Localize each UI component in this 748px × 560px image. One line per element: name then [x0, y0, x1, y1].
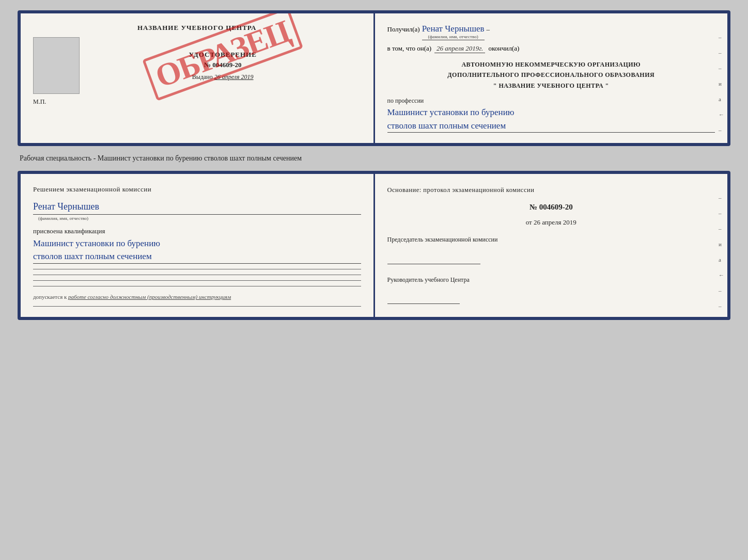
- top-right-page: Получил(а) Ренат Чернышев (фамилия, имя,…: [375, 13, 728, 143]
- cert-number: № 004609-20: [204, 61, 242, 69]
- cert-center: ОБРАЗЕЦ УДОСТОВЕРЕНИЕ № 004609-20 Выдано…: [85, 37, 361, 94]
- mp-line: М.П.: [33, 98, 361, 106]
- predsedatel-label: Председатель экзаменационной комиссии: [387, 234, 715, 246]
- top-left-title: НАЗВАНИЕ УЧЕБНОГО ЦЕНТРА: [33, 24, 361, 32]
- protocol-date: от 26 апреля 2019: [387, 216, 715, 228]
- profession-block: по профессии Машинист установки по бурен…: [387, 97, 715, 133]
- bottom-left-page: Решением экзаменационной комиссии Ренат …: [21, 174, 375, 316]
- bottom-right-content: Основание: протокол экзаменационной коми…: [387, 184, 715, 304]
- dopuskaetsya-block: допускается к работе согласно должностны…: [33, 293, 361, 302]
- date-handwritten: 26 апреля 2019г.: [434, 44, 485, 53]
- org-block: АВТОНОМНУЮ НЕКОММЕРЧЕСКУЮ ОРГАНИЗАЦИЮ ДО…: [387, 59, 715, 91]
- bottom-fio-handwritten: Ренат Чернышев: [33, 199, 361, 215]
- side-dashes-top: –––иа←–––: [719, 34, 724, 146]
- side-dashes-bottom: –––иа←–––: [719, 195, 724, 319]
- bottom-certificate: Решением экзаменационной комиссии Ренат …: [18, 171, 730, 319]
- vtom-line: в том, что он(а) 26 апреля 2019г. окончи…: [387, 44, 715, 53]
- osnovanie-label: Основание: протокол экзаменационной коми…: [387, 184, 715, 196]
- bottom-fio-block: Ренат Чернышев (фамилия, имя, отчество): [33, 199, 361, 222]
- photo-placeholder: [33, 37, 80, 94]
- prisvoena-block: присвоена квалификация Машинист установк…: [33, 226, 361, 264]
- vydano-line: Выдано 26 апреля 2019: [192, 73, 254, 81]
- profession-handwritten: Машинист установки по бурению стволов ша…: [387, 106, 715, 133]
- predsedatel-block: Председатель экзаменационной комиссии: [387, 234, 715, 264]
- top-certificate: НАЗВАНИЕ УЧЕБНОГО ЦЕНТРА ОБРАЗЕЦ УДОСТОВ…: [18, 10, 730, 146]
- bottom-fio-hint: (фамилия, имя, отчество): [38, 215, 361, 222]
- top-left-page: НАЗВАНИЕ УЧЕБНОГО ЦЕНТРА ОБРАЗЕЦ УДОСТОВ…: [21, 13, 375, 143]
- rukovoditel-block: Руководитель учебного Центра: [387, 275, 715, 305]
- udost-label: УДОСТОВЕРЕНИЕ: [189, 51, 257, 59]
- rukovoditel-label: Руководитель учебного Центра: [387, 275, 715, 286]
- qual-handwritten: Машинист установки по бурению стволов ша…: [33, 237, 361, 264]
- resheniem-label: Решением экзаменационной комиссии: [33, 184, 361, 195]
- fio-hint: (фамилия, имя, отчество): [422, 34, 485, 39]
- spec-label: Рабочая специальность - Машинист установ…: [18, 151, 730, 166]
- poluchil-line: Получил(а) Ренат Чернышев (фамилия, имя,…: [387, 24, 715, 40]
- bottom-right-page: Основание: протокол экзаменационной коми…: [375, 174, 728, 316]
- dopusk-handwritten: работе согласно должностным (производств…: [68, 294, 231, 300]
- bottom-left-content: Решением экзаменационной комиссии Ренат …: [33, 184, 361, 306]
- fio-handwritten: Ренат Чернышев (фамилия, имя, отчество): [422, 24, 485, 40]
- protocol-number: № 004609-20: [387, 200, 715, 214]
